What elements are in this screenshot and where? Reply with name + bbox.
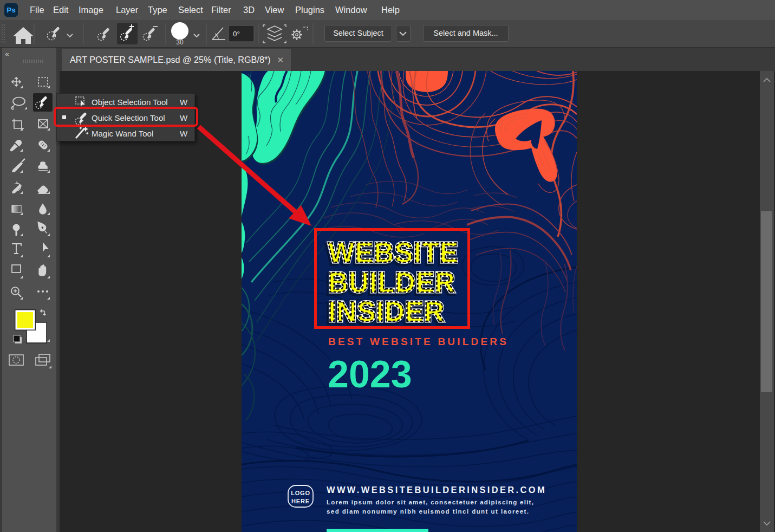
svg-text:sed diam nonummy nibh euismod: sed diam nonummy nibh euismod tinci dunt…: [327, 508, 529, 515]
svg-text:BUILDER: BUILDER: [329, 268, 456, 299]
svg-text:30: 30: [176, 38, 184, 46]
svg-text:HERE: HERE: [291, 498, 310, 504]
svg-text:INSIDER: INSIDER: [329, 297, 445, 328]
svg-text:«: «: [5, 50, 9, 59]
svg-text:LOGO: LOGO: [291, 490, 310, 496]
svg-text:0°: 0°: [233, 30, 240, 38]
svg-text:WEBSITE: WEBSITE: [329, 238, 459, 269]
svg-text:Lorem ipsum dolor sit amet, co: Lorem ipsum dolor sit amet, consectetuer…: [327, 499, 534, 505]
svg-text:BEST WEBSITE BUILDERS: BEST WEBSITE BUILDERS: [328, 336, 509, 347]
svg-text:WWW.WEBSITEBUILDERINSIDER.COM: WWW.WEBSITEBUILDERINSIDER.COM: [327, 485, 546, 495]
svg-text:2023: 2023: [328, 353, 412, 395]
